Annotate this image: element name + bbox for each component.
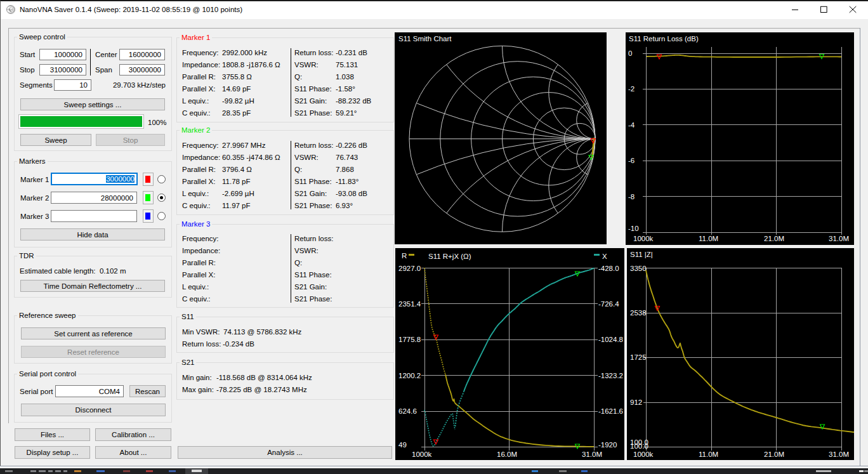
svg-text:1775.8: 1775.8 <box>398 336 421 343</box>
svg-text:-6: -6 <box>628 157 635 164</box>
svg-text:1000k: 1000k <box>633 235 654 242</box>
svg-text:624.6: 624.6 <box>398 407 417 415</box>
svg-text:-1920: -1920 <box>598 441 617 449</box>
svg-text:31.0M: 31.0M <box>829 235 849 242</box>
svg-text:31.0M: 31.0M <box>829 451 849 458</box>
svg-text:1200.2: 1200.2 <box>398 372 421 379</box>
svg-text:-2: -2 <box>628 85 635 93</box>
svg-text:912: 912 <box>630 398 642 406</box>
svg-text:31.0M: 31.0M <box>582 451 602 458</box>
svg-text:11.0M: 11.0M <box>699 235 718 242</box>
svg-text:100.0: 100.0 <box>630 442 648 450</box>
svg-text:-726.4: -726.4 <box>598 300 619 308</box>
svg-text:11.0M: 11.0M <box>699 451 718 458</box>
svg-text:3350: 3350 <box>630 265 647 272</box>
svg-text:1725: 1725 <box>630 353 647 361</box>
svg-text:-4: -4 <box>628 121 635 129</box>
svg-text:S11 Return Loss (dB): S11 Return Loss (dB) <box>629 35 699 43</box>
svg-text:-8: -8 <box>628 193 635 201</box>
svg-text:2538: 2538 <box>630 309 647 317</box>
svg-text:49: 49 <box>398 441 407 449</box>
svg-text:21.0M: 21.0M <box>764 451 784 458</box>
svg-text:S11 |Z|: S11 |Z| <box>630 251 653 258</box>
svg-text:X: X <box>602 253 607 260</box>
svg-text:-428.0: -428.0 <box>598 265 619 272</box>
svg-text:2927.0: 2927.0 <box>398 265 421 272</box>
svg-text:1000k: 1000k <box>412 451 432 458</box>
svg-text:-10: -10 <box>628 225 639 232</box>
svg-text:-1621.6: -1621.6 <box>598 407 623 415</box>
svg-text:S11 R+jX (Ω): S11 R+jX (Ω) <box>428 253 471 260</box>
svg-text:16.0M: 16.0M <box>497 451 517 458</box>
svg-text:S11 Smith Chart: S11 Smith Chart <box>398 35 452 43</box>
svg-text:2351.4: 2351.4 <box>398 300 421 308</box>
svg-text:1000k: 1000k <box>633 451 654 458</box>
svg-text:0: 0 <box>628 49 632 57</box>
svg-text:21.0M: 21.0M <box>764 235 784 242</box>
svg-text:-1024.8: -1024.8 <box>598 336 623 343</box>
svg-text:R: R <box>402 252 407 260</box>
svg-text:-1323.2: -1323.2 <box>598 372 623 379</box>
